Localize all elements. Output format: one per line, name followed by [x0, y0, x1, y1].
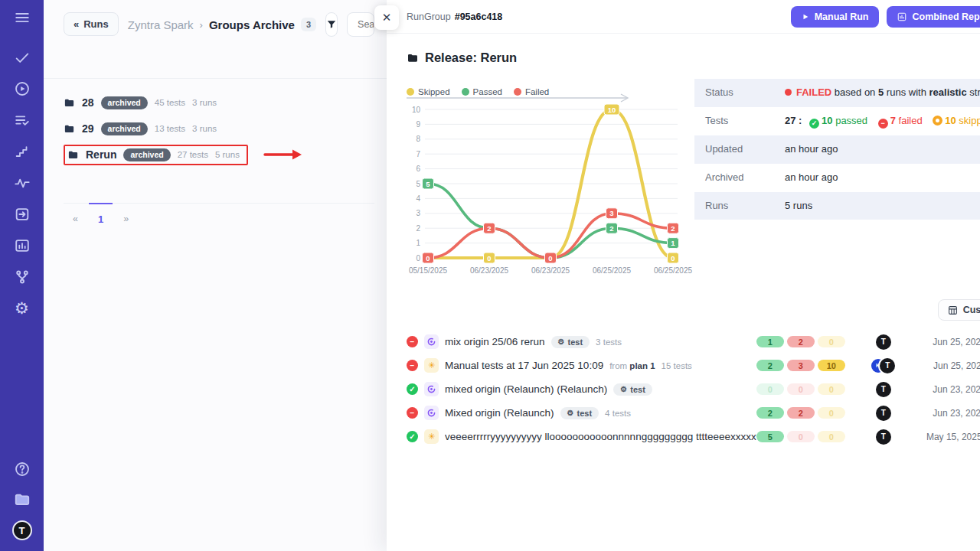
run-name[interactable]: Mixed origin (Relaunch): [445, 407, 554, 419]
group-tests-count: 13 tests: [155, 124, 185, 133]
run-result-pills: 2310: [756, 360, 850, 371]
run-tests-count: 15 tests: [662, 361, 692, 370]
run-row[interactable]: ✓✳veeeerrrrryyyyyyyyyy llooooooooooonnnn…: [407, 425, 980, 448]
gear-icon[interactable]: ⚙: [12, 298, 32, 318]
run-name[interactable]: mixed origin (Relaunch) (Relaunch): [445, 383, 607, 395]
avatar[interactable]: T: [876, 382, 891, 397]
help-icon[interactable]: [12, 459, 32, 479]
run-info: −✳Manual tests at 17 Jun 2025 10:09from …: [407, 358, 756, 373]
svg-text:0: 0: [416, 254, 420, 262]
list-check-icon[interactable]: [12, 110, 32, 130]
trend-chart: 01234567891005/15/202506/23/202506/23/20…: [407, 100, 684, 282]
svg-text:3: 3: [416, 209, 420, 217]
chevrons-left-icon: «: [74, 18, 79, 30]
svg-text:6: 6: [416, 165, 420, 173]
group-runs-count: 5 runs: [215, 150, 240, 159]
skipped-pill: 0: [818, 407, 845, 419]
run-result-pills: 000: [756, 383, 850, 395]
sign-in-icon[interactable]: [12, 204, 32, 224]
svg-text:2: 2: [416, 224, 420, 233]
svg-text:2: 2: [487, 224, 491, 233]
run-name[interactable]: veeeerrrrryyyyyyyyyy llooooooooooonnnnng…: [445, 431, 756, 442]
groups-archive-header: « Runs Zyntra Spark › Groups Archive 3: [44, 0, 387, 79]
breadcrumb: Zyntra Spark › Groups Archive 3: [128, 12, 316, 31]
run-info: ✓mixed origin (Relaunch) (Relaunch)⚙test: [407, 382, 756, 396]
legend-item-passed[interactable]: Passed: [462, 87, 502, 96]
legend-item-skipped[interactable]: Skipped: [407, 87, 450, 96]
user-avatar[interactable]: T: [12, 520, 32, 540]
pagination-page-1[interactable]: 1: [89, 204, 113, 225]
automated-run-icon: [424, 334, 439, 349]
group-row-28[interactable]: 28archived45 tests3 runs: [64, 90, 379, 116]
combined-report-button[interactable]: Combined Report: [887, 6, 980, 28]
run-row[interactable]: −✳Manual tests at 17 Jun 2025 10:09from …: [407, 354, 980, 377]
svg-text:1: 1: [671, 239, 675, 247]
meta-row-archived: Archived an hour ago: [694, 164, 980, 192]
legend-item-failed[interactable]: Failed: [514, 87, 549, 96]
run-from-plan: from plan 1: [609, 361, 655, 370]
passed-pill: 2: [756, 360, 784, 371]
run-row[interactable]: ✓mixed origin (Relaunch) (Relaunch)⚙test…: [407, 377, 980, 401]
run-date: Jun 25, 2025 8:43 AM: [917, 360, 980, 371]
svg-text:0: 0: [487, 254, 491, 262]
passed-status-icon: ✓: [407, 383, 418, 395]
manual-run-button[interactable]: Manual Run: [791, 6, 880, 28]
updated-value: an hour ago: [785, 142, 980, 157]
group-row-29[interactable]: 29archived13 tests3 runs: [64, 116, 379, 142]
play-circle-icon[interactable]: [12, 79, 32, 99]
automated-run-icon: [424, 406, 439, 420]
run-info: ✓✳veeeerrrrryyyyyyyyyy llooooooooooonnnn…: [407, 429, 756, 444]
run-row[interactable]: −Mixed origin (Relaunch)⚙test4 tests220T…: [407, 401, 980, 425]
passed-pill: 1: [756, 336, 784, 347]
breadcrumb-project[interactable]: Zyntra Spark: [128, 18, 194, 31]
avatar[interactable]: T: [876, 429, 891, 445]
status-run-count: 5: [878, 86, 884, 98]
tag-badge[interactable]: ⚙test: [613, 383, 652, 396]
check-circle-icon: ✓: [809, 119, 819, 129]
failed-pill: 2: [787, 407, 815, 419]
tests-value: 27 : ✓10 passed −7 failed 10 skipped: [785, 114, 980, 129]
back-to-runs-button[interactable]: « Runs: [64, 12, 119, 36]
search-input[interactable]: [358, 19, 374, 30]
failed-pill: 0: [787, 383, 815, 395]
rungroup-header: RunGroup #95a6c418 Manual Run Combined R…: [387, 0, 980, 34]
folder-icon: [64, 97, 75, 109]
folder-icon[interactable]: [12, 490, 32, 510]
avatar[interactable]: T: [876, 334, 891, 350]
run-date: Jun 23, 2025 5:54 PM: [917, 384, 980, 395]
run-date: Jun 25, 2025 1:36 PM: [917, 337, 980, 347]
skipped-pill: 0: [818, 336, 845, 347]
search-box[interactable]: [347, 12, 374, 37]
status-text-1: based on: [835, 86, 876, 98]
activity-icon[interactable]: [12, 173, 32, 193]
svg-text:7: 7: [416, 150, 420, 158]
pagination-prev[interactable]: «: [64, 204, 87, 225]
tag-badge[interactable]: ⚙test: [560, 407, 599, 419]
custom-view-button[interactable]: Custom view: [938, 299, 980, 321]
group-name: 29: [82, 122, 94, 135]
avatar[interactable]: T: [876, 406, 891, 421]
combined-report-label: Combined Report: [912, 11, 980, 22]
tests-skipped-count: 10: [945, 115, 956, 126]
group-row-rerun[interactable]: Rerunarchived27 tests5 runs: [64, 142, 379, 168]
filter-button[interactable]: [325, 12, 338, 37]
run-name[interactable]: Manual tests at 17 Jun 2025 10:09: [445, 360, 603, 371]
svg-text:05/15/2025: 05/15/2025: [409, 266, 447, 275]
check-icon[interactable]: [12, 47, 32, 67]
run-name[interactable]: mix origin 25/06 rerun: [445, 336, 545, 347]
list-toolbar: Custom view: [407, 299, 980, 321]
panel-close-button[interactable]: ✕: [374, 5, 399, 30]
steps-icon[interactable]: [12, 142, 32, 161]
tag-badge[interactable]: ⚙test: [551, 336, 590, 348]
avatar[interactable]: T: [880, 358, 895, 373]
rungroup-meta-table: Status FAILED based on 5 runs with reali…: [694, 79, 980, 282]
branch-icon[interactable]: [12, 267, 32, 287]
svg-text:5: 5: [426, 180, 430, 188]
run-row[interactable]: −mix origin 25/06 rerun⚙test3 tests120TJ…: [407, 330, 980, 354]
pagination-next[interactable]: »: [114, 204, 138, 225]
runs-label: Runs: [705, 199, 785, 214]
play-icon: [802, 13, 809, 21]
menu-icon[interactable]: [12, 8, 32, 28]
legend-dot-icon: [514, 88, 521, 96]
bar-chart-icon[interactable]: [12, 236, 32, 256]
